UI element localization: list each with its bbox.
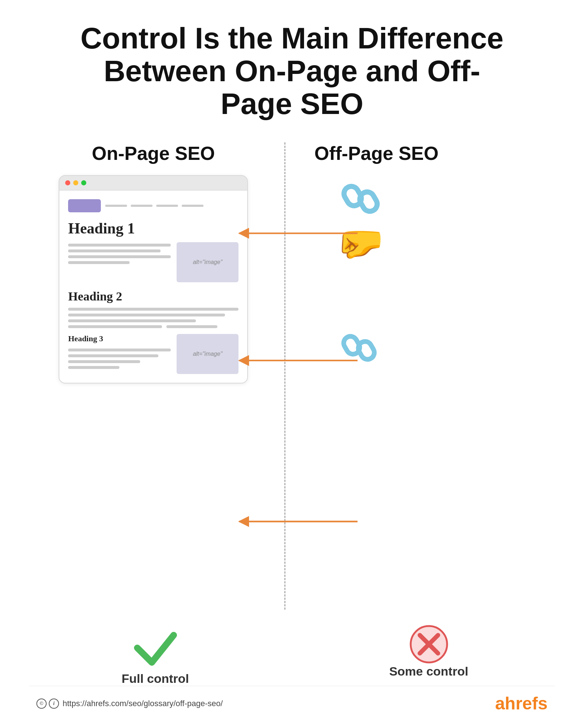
svg-rect-3 (356, 339, 376, 362)
control-left: Full control (37, 624, 288, 686)
footer-license-icons: © i (36, 699, 59, 709)
full-control-label: Full control (122, 672, 189, 686)
doc-text-line (68, 349, 171, 351)
doc-heading2: Heading 2 (68, 290, 238, 303)
doc-text-line (68, 261, 130, 264)
nav-line (131, 205, 153, 207)
footer-brand: ahrefs (495, 693, 548, 713)
doc-heading1: Heading 1 (68, 220, 238, 237)
doc-text-image-row-1: alt="image" (68, 242, 238, 282)
doc-text-line (68, 249, 161, 252)
doc-text-line (166, 325, 217, 328)
right-column-heading: Off-Page SEO (315, 142, 439, 164)
doc-text-block-2 (68, 308, 238, 328)
footer: © i https://ahrefs.com/seo/glossary/off-… (29, 686, 555, 713)
doc-text-line (68, 308, 238, 311)
control-right: Some control (296, 624, 547, 686)
doc-text-line (68, 244, 171, 247)
footer-left: © i https://ahrefs.com/seo/glossary/off-… (36, 699, 223, 709)
icon-spacer-heading2 (329, 268, 547, 315)
control-section: Full control Some control (37, 621, 547, 686)
link-chain-icon-2 (340, 327, 384, 365)
doc-text-line (68, 360, 140, 363)
doc-text-line (68, 319, 196, 322)
footer-url: https://ahrefs.com/seo/glossary/off-page… (63, 699, 223, 708)
browser-mockup: Heading 1 alt="image" Heading 2 (59, 175, 248, 383)
nav-logo-block (68, 199, 101, 212)
link-chain-icon-1 (340, 177, 387, 217)
cc-icon: © (36, 699, 47, 709)
browser-dot-yellow (73, 180, 78, 185)
svg-rect-1 (357, 189, 380, 214)
doc-text-line (68, 366, 119, 369)
left-column-heading: On-Page SEO (92, 142, 215, 164)
doc-text-lines-3 (68, 347, 171, 369)
browser-nav (68, 199, 238, 212)
full-control-check-icon (132, 624, 179, 672)
doc-text-lines-1 (68, 242, 171, 264)
browser-dot-green (81, 180, 86, 185)
nav-line (182, 205, 204, 207)
nav-line (156, 205, 178, 207)
browser-dot-red (65, 180, 70, 185)
doc-text-line (68, 325, 162, 328)
info-icon: i (49, 699, 59, 709)
hand-emoji: 🤛 (336, 224, 384, 263)
browser-titlebar (59, 176, 247, 190)
icon-hand: 🤛 (329, 219, 547, 268)
doc-heading3: Heading 3 (68, 334, 171, 343)
doc-image-alt-2: alt="image" (177, 334, 238, 374)
doc-text-line (68, 354, 158, 357)
some-control-x-icon (409, 624, 449, 664)
some-control-label: Some control (389, 664, 468, 678)
doc-text-line (68, 255, 171, 258)
doc-image-alt-1: alt="image" (177, 242, 238, 282)
doc-text-line (68, 314, 225, 316)
nav-lines (105, 205, 204, 207)
icon-link-2 (329, 315, 547, 377)
nav-line (105, 205, 127, 207)
main-title: Control Is the Main Difference Between O… (74, 22, 510, 121)
icon-link-1 (329, 175, 547, 219)
